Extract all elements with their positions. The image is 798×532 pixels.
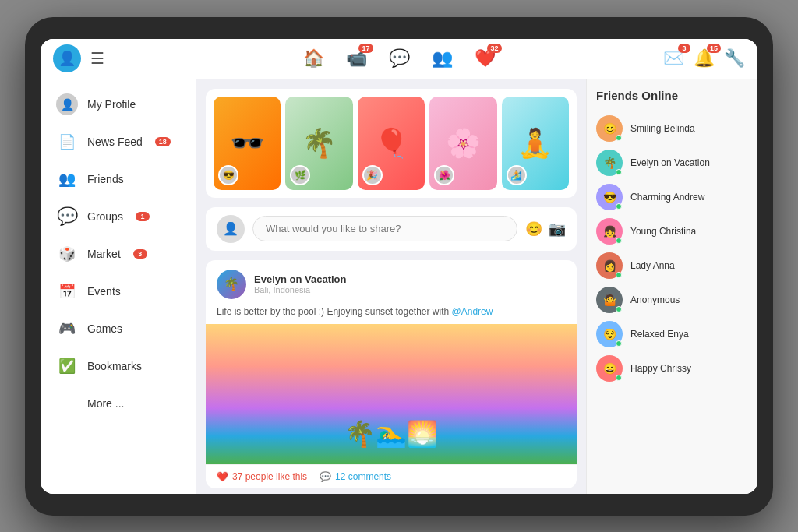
composer-avatar: 👤 (217, 215, 245, 243)
online-dot-charming-andrew (616, 203, 622, 210)
video-nav-item[interactable]: 📹 17 (346, 48, 367, 69)
camera-icon[interactable]: 📷 (549, 220, 566, 238)
online-dot-young-christina (616, 238, 622, 244)
content-area: 🕶️ 😎 🌴 🌿 🎈 🎉 🌸 🌺 (196, 79, 586, 494)
post-header-1: 🌴 Evelyn on Vacation Bali, Indonesia (206, 260, 577, 305)
groups-icon: 💬 (56, 206, 78, 227)
online-dot-happy-chrissy (616, 375, 622, 381)
heart-nav-item[interactable]: ❤️ 32 (475, 48, 496, 69)
composer-actions: 😊 📷 (525, 220, 566, 238)
friend-item-lady-anna[interactable]: 👩 Lady Anna (596, 248, 748, 283)
sidebar-item-bookmarks[interactable]: ✅ Bookmarks (41, 347, 196, 385)
story-avatar-3: 🎉 (362, 165, 383, 185)
sidebar-label-games: Games (87, 322, 122, 335)
user-avatar[interactable]: 👤 (53, 44, 81, 72)
settings-icon: 🔧 (724, 48, 745, 69)
story-avatar-1: 😎 (218, 165, 238, 185)
stories-row: 🕶️ 😎 🌴 🌿 🎈 🎉 🌸 🌺 (206, 89, 577, 198)
sidebar-item-my-profile[interactable]: 👤 My Profile (41, 86, 196, 123)
post-image-1: 🌴🏊‍♂️🌅 (206, 324, 577, 464)
top-navigation: 👤 ☰ 🏠 📹 17 💬 👥 ❤️ 32 (41, 39, 757, 79)
events-icon: 📅 (56, 280, 78, 302)
composer-input[interactable] (252, 216, 517, 241)
market-icon: 🎲 (56, 243, 78, 265)
sidebar: 👤 My Profile 📄 News Feed 18 👥 Friends 💬 … (41, 79, 196, 494)
mail-nav-item[interactable]: ✉️ 3 (663, 48, 684, 69)
sidebar-label-my-profile: My Profile (87, 98, 136, 111)
home-icon: 🏠 (303, 48, 324, 69)
right-panel: Friends Online 😊 Smiling Belinda 🌴 (586, 79, 757, 494)
sidebar-label-bookmarks: Bookmarks (87, 360, 142, 372)
home-nav-item[interactable]: 🏠 (303, 48, 324, 69)
friend-avatar-charming-andrew: 😎 (596, 184, 623, 210)
friend-name-anonymous: Anonymous (630, 294, 680, 305)
friend-item-happy-chrissy[interactable]: 😄 Happy Chrissy (596, 351, 748, 386)
story-card-4[interactable]: 🌸 🌺 (429, 97, 496, 190)
bell-nav-item[interactable]: 🔔 15 (694, 48, 715, 69)
friend-name-evelyn-vacation: Evelyn on Vacation (630, 157, 710, 168)
post-author-1: Evelyn on Vacation (254, 273, 566, 285)
sidebar-item-news-feed[interactable]: 📄 News Feed 18 (41, 123, 196, 160)
friends-online-title: Friends Online (596, 89, 748, 102)
likes-count-1: 37 people like this (232, 471, 307, 482)
friend-avatar-evelyn-vacation: 🌴 (596, 150, 623, 176)
video-badge: 17 (358, 44, 373, 53)
post-comments-1[interactable]: 💬 12 comments (320, 471, 391, 482)
friend-name-young-christina: Young Christina (630, 226, 696, 237)
sidebar-item-events[interactable]: 📅 Events (41, 273, 196, 310)
emoji-icon[interactable]: 😊 (525, 220, 542, 238)
games-icon: 🎮 (56, 318, 78, 340)
sidebar-item-market[interactable]: 🎲 Market 3 (41, 235, 196, 273)
sidebar-item-games[interactable]: 🎮 Games (41, 310, 196, 347)
messages-nav-item[interactable]: 💬 (389, 48, 410, 69)
sidebar-label-news-feed: News Feed (87, 136, 143, 148)
heart-badge: 32 (487, 44, 501, 53)
story-card-3[interactable]: 🎈 🎉 (358, 97, 425, 190)
online-dot-evelyn-vacation (616, 169, 622, 175)
story-avatar-4: 🌺 (434, 165, 454, 185)
sidebar-label-events: Events (87, 285, 121, 298)
friend-item-anonymous[interactable]: 🤷 Anonymous (596, 283, 748, 317)
friend-item-relaxed-enya[interactable]: 😌 Relaxed Enya (596, 317, 748, 351)
hamburger-menu[interactable]: ☰ (90, 49, 104, 68)
friend-item-young-christina[interactable]: 👧 Young Christina (596, 214, 748, 248)
friends-sidebar-icon: 👥 (56, 168, 78, 190)
friend-avatar-smiling-belinda: 😊 (596, 115, 623, 142)
post-location-1: Bali, Indonesia (254, 285, 566, 294)
friends-nav-item[interactable]: 👥 (432, 48, 453, 69)
friend-name-smiling-belinda: Smiling Belinda (630, 123, 695, 134)
friend-name-lady-anna: Lady Anna (630, 260, 675, 271)
market-badge: 3 (133, 249, 147, 259)
friend-name-charming-andrew: Charming Andrew (630, 192, 704, 203)
online-dot-relaxed-enya (616, 340, 622, 347)
settings-nav-item[interactable]: 🔧 (724, 48, 745, 69)
post-likes-1[interactable]: ❤️ 37 people like this (217, 471, 307, 482)
post-card-1: 🌴 Evelyn on Vacation Bali, Indonesia Lif… (206, 260, 577, 489)
heart-reaction-icon: ❤️ (217, 471, 228, 482)
message-icon: 💬 (389, 48, 410, 69)
online-dot-smiling-belinda (616, 135, 622, 141)
sidebar-item-friends[interactable]: 👥 Friends (41, 160, 196, 198)
post-footer-1: ❤️ 37 people like this 💬 12 comments (206, 464, 577, 488)
story-card-5[interactable]: 🧘 🏄 (502, 97, 569, 190)
post-mention-1[interactable]: @Andrew (452, 306, 493, 317)
friend-item-smiling-belinda[interactable]: 😊 Smiling Belinda (596, 111, 748, 146)
tablet-frame: 👤 ☰ 🏠 📹 17 💬 👥 ❤️ 32 (25, 17, 773, 516)
story-card-1[interactable]: 🕶️ 😎 (214, 97, 281, 190)
sidebar-label-groups: Groups (87, 210, 123, 223)
tablet-screen: 👤 ☰ 🏠 📹 17 💬 👥 ❤️ 32 (41, 39, 757, 494)
story-card-2[interactable]: 🌴 🌿 (285, 97, 352, 190)
friend-item-charming-andrew[interactable]: 😎 Charming Andrew (596, 180, 748, 214)
sidebar-label-more: More ... (87, 397, 124, 410)
friend-item-evelyn-vacation[interactable]: 🌴 Evelyn on Vacation (596, 146, 748, 180)
post-avatar-1: 🌴 (217, 270, 246, 299)
online-dot-lady-anna (616, 272, 622, 278)
friend-avatar-happy-chrissy: 😄 (596, 355, 623, 382)
friend-name-happy-chrissy: Happy Chrissy (630, 363, 691, 374)
friend-avatar-relaxed-enya: 😌 (596, 321, 623, 347)
sidebar-item-more[interactable]: More ... (41, 385, 196, 422)
post-image-inner-1: 🌴🏊‍♂️🌅 (206, 324, 577, 464)
post-text-1: Life is better by the pool :) Enjoying s… (206, 305, 577, 325)
mail-badge: 3 (678, 44, 690, 53)
sidebar-item-groups[interactable]: 💬 Groups 1 (41, 198, 196, 235)
